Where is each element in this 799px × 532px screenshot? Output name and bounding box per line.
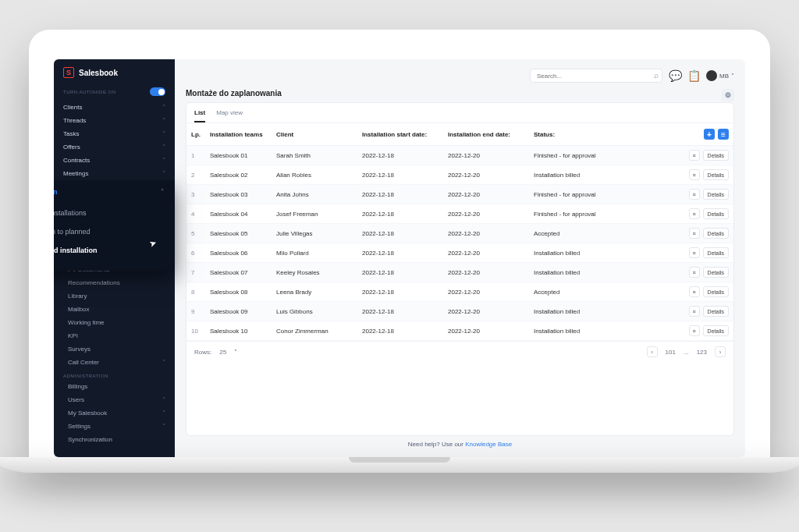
search-icon[interactable]: ⌕ (654, 71, 659, 80)
cell-lp: 4 (186, 204, 205, 224)
sidebar-item-call-center[interactable]: Call Center˅ (54, 356, 175, 369)
table-row: 7Salesbook 07Keeley Rosales2022-12-18202… (186, 263, 733, 282)
page-next-button[interactable]: › (715, 346, 726, 357)
row-details-button[interactable]: Details (703, 228, 729, 239)
help-link[interactable]: Knowledge Base (465, 441, 512, 448)
row-menu-button[interactable]: ≡ (689, 169, 700, 180)
avatar (706, 70, 717, 81)
sidebar-item-surveys[interactable]: Surveys (54, 342, 175, 356)
user-menu[interactable]: MB ˅ (706, 70, 734, 81)
row-details-button[interactable]: Details (703, 189, 729, 200)
cell-end: 2022-12-20 (443, 263, 529, 282)
th-client[interactable]: Client (272, 123, 357, 146)
row-details-button[interactable]: Details (703, 267, 729, 278)
chevron-up-icon[interactable]: ˄ (161, 188, 164, 196)
cell-client: Milo Pollard (272, 243, 357, 263)
sidebar-item-mailbox[interactable]: Mailbox (54, 303, 175, 316)
notes-icon[interactable]: 📋 (687, 69, 700, 82)
th-team[interactable]: Installation teams (205, 123, 272, 146)
th-status[interactable]: Status: (529, 123, 680, 146)
sidebar-item-my-salesbook[interactable]: My Salesbook˅ (54, 406, 175, 420)
sidebar-item-synchronization[interactable]: Synchronization (54, 433, 175, 446)
list-toggle-button[interactable]: ≡ (718, 129, 729, 140)
cell-status: Installation billed (529, 165, 680, 185)
sidebar-item-tasks[interactable]: Tasks˅ (54, 127, 175, 140)
sidebar-item-library[interactable]: Library (54, 289, 175, 303)
flyout-opt-completed[interactable]: Completed installation (54, 241, 164, 260)
chevron-down-icon: ˅ (162, 359, 165, 366)
sidebar-item-threads[interactable]: Threads˅ (54, 114, 175, 127)
sidebar-item-contracts[interactable]: Contracts˅ (54, 154, 175, 167)
cell-end: 2022-12-20 (443, 185, 529, 204)
sidebar-item-users[interactable]: Users˅ (54, 393, 175, 406)
flyout-title[interactable]: Installation (54, 188, 58, 196)
cell-client: Conor Zimmerman (272, 321, 357, 341)
cell-client: Sarah Smith (272, 146, 357, 165)
chevron-down-icon: ˅ (162, 144, 165, 151)
cell-end: 2022-12-20 (443, 204, 529, 224)
tab-list[interactable]: List (194, 109, 205, 122)
row-menu-button[interactable]: ≡ (689, 208, 700, 219)
row-details-button[interactable]: Details (703, 247, 729, 258)
flyout-opt-toplan[interactable]: Installation to planned (54, 222, 164, 241)
sidebar-item-recommendations[interactable]: Recommendations (54, 276, 175, 289)
row-details-button[interactable]: Details (703, 325, 729, 336)
cell-status: Installation billed (529, 302, 680, 321)
cell-team: Salesbook 04 (205, 204, 272, 224)
cell-client: Luis Gibbons (272, 302, 357, 321)
row-details-button[interactable]: Details (703, 306, 729, 317)
gear-icon[interactable]: ⚙ (722, 89, 734, 101)
autohide-toggle[interactable] (150, 87, 165, 96)
row-menu-button[interactable]: ≡ (689, 228, 700, 239)
row-menu-button[interactable]: ≡ (689, 286, 700, 297)
chat-icon[interactable]: 💬 (669, 69, 681, 82)
top-bar: ⌕ 💬 📋 MB ˅ (186, 69, 734, 83)
cell-lp: 9 (186, 302, 205, 321)
brand[interactable]: S Salesbook (54, 59, 175, 84)
page-last[interactable]: 123 (697, 349, 707, 356)
chevron-down-icon[interactable]: ˅ (234, 349, 237, 356)
row-menu-button[interactable]: ≡ (689, 150, 700, 161)
cell-start: 2022-12-18 (357, 243, 443, 263)
table-row: 9Salesbook 09Luis Gibbons2022-12-182022-… (186, 302, 733, 321)
laptop-bezel: S Salesbook TURN AUTOHIDE ON Clients˅Thr… (29, 30, 770, 457)
th-start[interactable]: Installation start date: (357, 123, 443, 146)
search-input[interactable] (530, 69, 662, 83)
chevron-down-icon: ˅ (162, 157, 165, 164)
cell-client: Keeley Rosales (272, 263, 357, 282)
page-prev-button[interactable]: ‹ (647, 346, 658, 357)
sidebar-item-working-time[interactable]: Working time (54, 316, 175, 329)
row-menu-button[interactable]: ≡ (689, 267, 700, 278)
sidebar-item-offers[interactable]: Offers˅ (54, 140, 175, 154)
row-details-button[interactable]: Details (703, 169, 729, 180)
chevron-down-icon: ˅ (162, 130, 165, 137)
row-menu-button[interactable]: ≡ (689, 189, 700, 200)
row-menu-button[interactable]: ≡ (689, 247, 700, 258)
table-footer: Rows: 25 ˅ ‹ 101 ... 123 › (186, 341, 733, 362)
cell-client: Allan Robles (272, 165, 357, 185)
sidebar-item-settings[interactable]: Settings˅ (54, 420, 175, 433)
help-line: Need help? Use our Knowledge Base (186, 436, 734, 448)
flyout-opt-planned[interactable]: Planned installations (54, 204, 164, 222)
sidebar-item-meetings[interactable]: Meetings˅ (54, 167, 175, 180)
cell-client: Josef Freeman (272, 204, 357, 224)
app-root: S Salesbook TURN AUTOHIDE ON Clients˅Thr… (54, 59, 745, 457)
th-end[interactable]: Installation end date: (443, 123, 529, 146)
cell-lp: 3 (186, 185, 205, 204)
sidebar-admin-label: ADMINISTRATION (54, 369, 175, 380)
table-row: 3Salesbook 03Anita Johns2022-12-182022-1… (186, 185, 733, 204)
sidebar-item-clients[interactable]: Clients˅ (54, 101, 175, 114)
th-lp[interactable]: Lp. (186, 123, 205, 146)
sidebar-item-billings[interactable]: Billings (54, 380, 175, 393)
row-details-button[interactable]: Details (703, 150, 729, 161)
row-details-button[interactable]: Details (703, 208, 729, 219)
row-menu-button[interactable]: ≡ (689, 306, 700, 317)
rows-value[interactable]: 25 (219, 349, 226, 356)
row-details-button[interactable]: Details (703, 286, 729, 297)
add-button[interactable]: + (704, 129, 715, 140)
table-row: 2Salesbook 02Allan Robles2022-12-182022-… (186, 165, 733, 185)
sidebar-item-kpi[interactable]: KPI (54, 329, 175, 342)
tab-map[interactable]: Map view (216, 109, 243, 122)
cell-team: Salesbook 08 (205, 282, 272, 302)
row-menu-button[interactable]: ≡ (689, 325, 700, 336)
